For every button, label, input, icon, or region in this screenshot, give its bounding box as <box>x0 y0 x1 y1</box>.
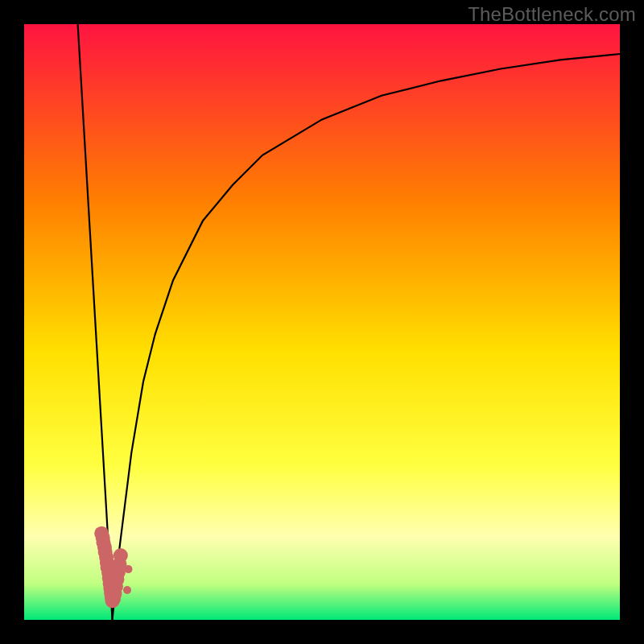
watermark-label: TheBottleneck.com <box>468 3 636 26</box>
gradient-background <box>24 24 620 620</box>
dot <box>123 586 131 594</box>
chart-container: TheBottleneck.com <box>0 0 644 644</box>
bottleneck-chart <box>24 24 620 620</box>
dot <box>114 548 128 563</box>
dot <box>125 565 133 573</box>
